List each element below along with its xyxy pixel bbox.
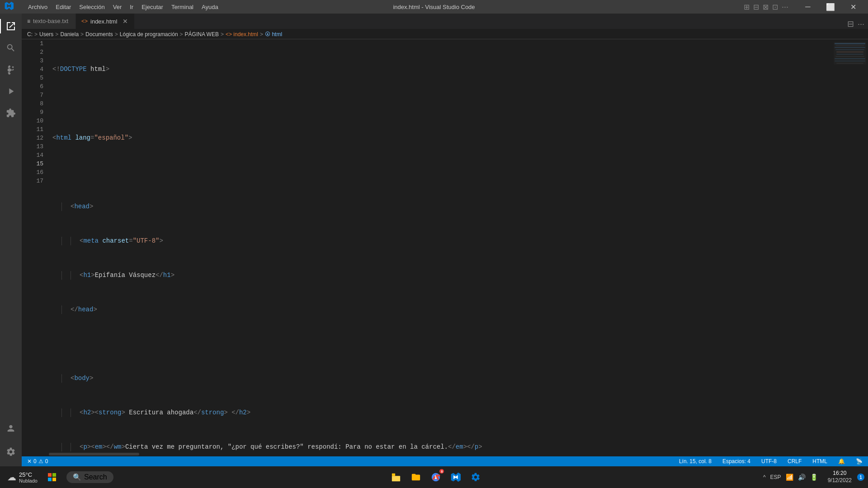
tray-wifi-icon[interactable]: 📶 [785, 473, 794, 482]
code-line-11: <h2><strong> Escritura ahogada</strong> … [52, 408, 832, 417]
broadcast-status[interactable]: 📡 [854, 458, 864, 465]
layout-icon-4[interactable]: ⊡ [772, 3, 778, 11]
tray-lang[interactable]: ESP [769, 473, 782, 481]
spaces-status[interactable]: Espacios: 4 [721, 458, 752, 465]
tray-expand[interactable]: ^ [762, 473, 767, 481]
breadcrumb-documents[interactable]: Documents [85, 31, 113, 38]
line-num-17: 17 [22, 177, 43, 185]
tab-texto-base[interactable]: ≡ texto-base.txt [22, 14, 76, 29]
weather-widget[interactable]: ☁ 25°C Nublado [4, 471, 41, 483]
code-line-12: <p><em></wm>Cierta vez me preguntaron, "… [52, 443, 832, 451]
scroll-thumb[interactable] [49, 453, 139, 455]
breadcrumb-html-symbol[interactable]: ⦿ html [265, 31, 282, 38]
taskbar: ☁ 25°C Nublado 🔍 Search [0, 466, 868, 488]
encoding-status[interactable]: UTF-8 [760, 458, 778, 465]
horizontal-scrollbar[interactable] [22, 452, 868, 456]
layout-icon-1[interactable]: ⊞ [744, 3, 750, 11]
errors-status[interactable]: ✕ 0 ⚠ 0 [25, 458, 50, 465]
activity-explorer[interactable] [0, 15, 22, 37]
layout-icon-3[interactable]: ⊠ [763, 3, 769, 11]
tray-volume-icon[interactable]: 🔊 [797, 473, 807, 482]
taskbar-search-label: Search [84, 473, 107, 481]
menu-terminal[interactable]: Terminal [168, 2, 197, 12]
line-num-11: 11 [22, 125, 43, 134]
activity-account[interactable] [0, 418, 22, 439]
code-line-4 [52, 168, 832, 177]
cursor-position-label: Lín. 15, col. 8 [679, 458, 712, 465]
menu-ayuda[interactable]: Ayuda [198, 2, 222, 12]
tab-index-html-label: index.html [90, 18, 117, 25]
line-num-12: 12 [22, 134, 43, 142]
editor-area: ≡ texto-base.txt <> index.html ✕ ⊟ ··· C… [22, 14, 868, 466]
menu-ejecutar[interactable]: Ejecutar [138, 2, 167, 12]
maximize-button[interactable]: ⬜ [820, 0, 841, 14]
tab-index-html[interactable]: <> index.html ✕ [76, 14, 135, 29]
eol-status[interactable]: CRLF [786, 458, 803, 465]
code-editor[interactable]: 1 2 3 4 5 6 7 8 9 10 11 12 13 14 15 16 1 [22, 39, 832, 452]
taskbar-search[interactable]: 🔍 Search [66, 471, 113, 483]
menu-bar: Archivo Editar Selección Ver Ir Ejecutar… [24, 2, 222, 12]
activity-settings[interactable] [0, 441, 22, 463]
activity-search[interactable] [0, 37, 22, 59]
cursor-position-status[interactable]: Lín. 15, col. 8 [677, 458, 713, 465]
language-status[interactable]: HTML [811, 458, 829, 465]
close-button[interactable]: ✕ [843, 0, 863, 14]
bell-icon: 🔔 [838, 458, 845, 465]
breadcrumb-c[interactable]: C: [27, 31, 33, 38]
split-editor-icon[interactable]: ⊟ [847, 19, 854, 29]
warning-count: 0 [45, 458, 48, 465]
start-button[interactable] [43, 468, 61, 486]
taskbar-chrome[interactable]: 8 [427, 468, 445, 486]
notification-bell[interactable]: 🔔 [836, 458, 847, 465]
line-num-13: 13 [22, 142, 43, 151]
activity-run[interactable] [0, 80, 22, 102]
tab-html-icon: <> [81, 18, 88, 24]
menu-archivo[interactable]: Archivo [24, 2, 51, 12]
window-controls: ⊞ ⊟ ⊠ ⊡ ··· ─ ⬜ ✕ [744, 0, 863, 14]
line-num-14: 14 [22, 151, 43, 160]
tab-close-button[interactable]: ✕ [122, 18, 129, 25]
layout-icon-2[interactable]: ⊟ [753, 3, 759, 11]
eol-label: CRLF [788, 458, 802, 465]
code-content[interactable]: <!DOCTYPE html> <html lang="español"> [49, 39, 832, 452]
svg-rect-5 [392, 476, 400, 481]
line-num-7: 7 [22, 91, 43, 99]
breadcrumb-daniela[interactable]: Daniela [60, 31, 79, 38]
tray-battery-icon[interactable]: 🔋 [809, 473, 819, 482]
breadcrumb-pagina-web[interactable]: PÁGINA WEB [185, 31, 219, 38]
status-bar: ✕ 0 ⚠ 0 Lín. 15, col. 8 Espacios: 4 UTF-… [22, 456, 868, 466]
breadcrumb-index-html[interactable]: <> index.html [226, 31, 258, 38]
error-count: 0 [33, 458, 37, 465]
menu-editar[interactable]: Editar [52, 2, 75, 12]
notification-badge[interactable]: 1 [857, 474, 864, 481]
tab-texto-base-label: texto-base.txt [33, 18, 68, 24]
activity-extensions[interactable] [0, 102, 22, 124]
weather-cloud-icon: ☁ [7, 472, 16, 483]
menu-ir[interactable]: Ir [126, 2, 137, 12]
breadcrumb-logica[interactable]: Lógica de programación [120, 31, 178, 38]
vscode-body: ≡ texto-base.txt <> index.html ✕ ⊟ ··· C… [0, 14, 868, 466]
clock-time: 16:20 [828, 470, 852, 477]
code-line-3: <html lang="español"> [52, 134, 832, 142]
line-num-3: 3 [22, 56, 43, 65]
more-tabs-icon[interactable]: ··· [858, 19, 864, 29]
tab-txt-icon: ≡ [27, 18, 30, 24]
line-numbers: 1 2 3 4 5 6 7 8 9 10 11 12 13 14 15 16 1 [22, 39, 49, 452]
more-actions-icon[interactable]: ··· [782, 2, 788, 12]
notification-count: 1 [859, 475, 862, 480]
minimize-button[interactable]: ─ [797, 0, 818, 14]
breadcrumb-users[interactable]: Users [39, 31, 53, 38]
line-num-5: 5 [22, 74, 43, 82]
menu-ver[interactable]: Ver [109, 2, 126, 12]
menu-seleccion[interactable]: Selección [75, 2, 108, 12]
taskbar-folder[interactable] [407, 468, 425, 486]
title-bar: Archivo Editar Selección Ver Ir Ejecutar… [0, 0, 868, 14]
activity-source-control[interactable] [0, 59, 22, 80]
taskbar-file-explorer[interactable] [387, 468, 405, 486]
encoding-label: UTF-8 [761, 458, 777, 465]
taskbar-vscode[interactable] [447, 468, 465, 486]
taskbar-settings[interactable] [467, 468, 485, 486]
taskbar-clock[interactable]: 16:20 9/12/2022 [824, 470, 855, 484]
error-icon: ✕ [27, 458, 32, 465]
code-area: 1 2 3 4 5 6 7 8 9 10 11 12 13 14 15 16 1 [22, 39, 868, 452]
